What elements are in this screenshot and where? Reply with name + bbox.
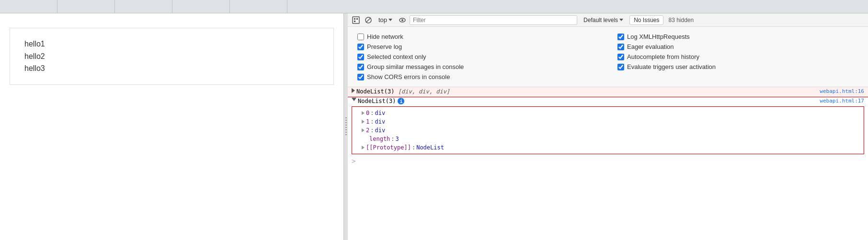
devtools-panel: top Default levels No Issues 83 hidden [348,13,868,240]
cors-errors-checkbox[interactable] [357,74,364,80]
tab-1[interactable] [0,0,57,13]
tree-row-length: length : 3 [352,135,864,143]
expand-btn-2[interactable] [352,98,358,101]
tab-4[interactable] [172,0,230,13]
checkbox-preserve-log: Preserve log [357,42,598,52]
checkbox-eval-triggers: Evaluate triggers user activation [617,62,858,72]
eval-triggers-label: Evaluate triggers user activation [627,63,716,70]
nodelist-expanded-text: NodeList(3) [358,98,396,104]
context-label: top [378,16,387,23]
resize-dots [345,117,347,137]
hidden-count: 83 hidden [665,16,697,24]
eager-eval-checkbox[interactable] [617,44,624,50]
filter-input[interactable] [410,15,577,25]
resize-handle[interactable] [344,13,348,240]
tree-expand-2 [362,128,365,132]
log-row-2[interactable]: NodeList(3) i webapi.html:17 [348,97,868,106]
default-levels-btn[interactable]: Default levels [579,15,628,25]
group-similar-label: Group similar messages in console [367,63,464,70]
checkbox-cors-errors: Show CORS errors in console [357,72,598,82]
tree-colon-length: : [391,136,394,142]
tree-value-length: 3 [396,136,399,142]
expand-btn-1[interactable] [352,88,356,93]
top-tab-bar [0,0,868,13]
checkbox-group-similar: Group similar messages in console [357,62,598,72]
default-levels-label: Default levels [583,17,618,23]
console-log-area: NodeList(3) [div, div, div] webapi.html:… [348,87,868,166]
tree-row-2[interactable]: 2 : div [352,126,864,135]
log-row-1-content: NodeList(3) [div, div, div] [348,87,816,96]
nodelist-label-1: NodeList(3) [356,88,394,95]
tree-colon-1: : [370,118,374,125]
autocomplete-checkbox[interactable] [617,54,624,60]
log-xhr-label: Log XMLHttpRequests [627,33,690,40]
tree-colon-0: : [370,110,374,116]
console-content[interactable]: NodeList(3) [div, div, div] webapi.html:… [348,87,868,240]
tree-value-0: div [375,110,385,116]
webpage-line-3: hello3 [24,62,319,75]
inspect-icon-btn[interactable] [351,15,361,25]
checkbox-selected-context: Selected context only [357,52,598,62]
main-layout: hello1 hello2 hello3 to [0,13,868,240]
tree-expand-1 [362,120,365,124]
group-similar-checkbox[interactable] [357,64,364,70]
context-selector[interactable]: top [376,15,395,24]
tree-key-prototype: [[Prototype]] [366,144,411,151]
checkbox-hide-network: Hide network [357,32,598,42]
nodelist-label-2: NodeList(3) [358,98,396,104]
tree-key-0: 0 [366,110,369,116]
selected-context-checkbox[interactable] [357,54,364,60]
expanded-tree: 0 : div 1 : div 2 : [352,106,864,154]
eager-eval-label: Eager evaluation [627,43,674,50]
checkbox-eager-eval: Eager evaluation [617,42,858,52]
selected-context-label: Selected context only [367,53,426,60]
hide-network-checkbox[interactable] [357,34,364,40]
block-icon-btn[interactable] [363,15,374,25]
checkbox-autocomplete: Autocomplete from history [617,52,858,62]
webpage-line-2: hello2 [24,50,319,63]
webpage-content: hello1 hello2 hello3 [10,28,334,85]
tree-value-2: div [375,127,385,134]
tree-colon-prototype: : [412,144,415,151]
svg-rect-0 [353,17,359,23]
triangle-down-icon-2 [352,98,356,101]
nodelist-preview-1: [div, div, div] [398,88,450,95]
tree-value-1: div [375,118,385,125]
tree-colon-2: : [370,127,374,134]
tab-2[interactable] [57,0,115,13]
tab-5[interactable] [230,0,287,13]
autocomplete-label: Autocomplete from history [627,53,699,60]
tree-expand-0 [362,111,365,115]
cors-errors-label: Show CORS errors in console [367,73,450,80]
tree-expand-prototype [362,146,365,149]
svg-point-4 [401,19,403,21]
eye-icon-btn[interactable] [397,15,408,25]
webpage-panel: hello1 hello2 hello3 [0,13,344,240]
settings-dropdown: Hide network Preserve log Selected conte… [348,27,868,87]
tree-key-1: 1 [366,118,369,125]
tree-row-0[interactable]: 0 : div [352,109,864,117]
webpage-line-1: hello1 [24,38,319,50]
log-row-2-content: NodeList(3) i [348,97,816,105]
tree-key-length: length [369,136,390,142]
tree-row-prototype[interactable]: [[Prototype]] : NodeList [352,143,864,152]
tree-key-2: 2 [366,127,369,134]
tree-row-1[interactable]: 1 : div [352,117,864,126]
info-badge: i [398,98,404,104]
settings-right-col: Log XMLHttpRequests Eager evaluation Aut… [617,32,858,82]
no-issues-label: No Issues [634,17,659,23]
console-caret-row[interactable]: > [348,156,868,166]
log-xhr-checkbox[interactable] [617,34,624,40]
tree-value-prototype: NodeList [416,144,444,151]
eval-triggers-checkbox[interactable] [617,64,624,70]
no-issues-btn[interactable]: No Issues [629,15,663,25]
tab-3[interactable] [115,0,172,13]
devtools-toolbar: top Default levels No Issues 83 hidden [348,13,868,27]
preserve-log-checkbox[interactable] [357,44,364,50]
nodelist-collapsed-text: NodeList(3) [div, div, div] [356,88,450,95]
triangle-right-icon-1 [352,88,355,93]
file-ref-2[interactable]: webapi.html:17 [816,97,868,105]
log-row-1[interactable]: NodeList(3) [div, div, div] webapi.html:… [348,87,868,97]
settings-left-col: Hide network Preserve log Selected conte… [357,32,598,82]
file-ref-1[interactable]: webapi.html:16 [816,87,868,95]
